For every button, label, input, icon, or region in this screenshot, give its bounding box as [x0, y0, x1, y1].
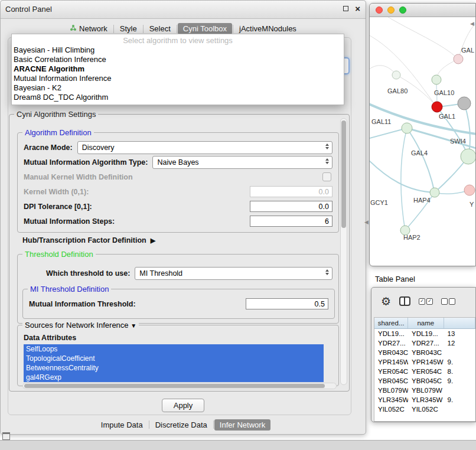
pale-node-upper-left[interactable] — [392, 71, 400, 79]
network-graph[interactable]: GAL80GAL10GAL11GAL1SWI4GAL4GCY1HAP4HAP2G… — [370, 17, 475, 266]
table-cell: 9. — [444, 357, 475, 367]
settings-group-title: Cyni Algorithm Settings — [14, 110, 98, 119]
algorithm-option-aracne-algorithm[interactable]: ARACNE Algorithm — [12, 64, 344, 74]
network-window-titlebar[interactable] — [370, 4, 475, 17]
network-canvas[interactable]: GAL80GAL10GAL11GAL1SWI4GAL4GCY1HAP4HAP2G… — [370, 17, 475, 266]
vertical-scrollbar-thumb[interactable] — [341, 120, 346, 228]
table-cell: 13 — [444, 329, 475, 338]
close-icon[interactable]: × — [355, 4, 360, 14]
algorithm-dropdown-prompt: Select algorithm to view settings — [12, 35, 344, 45]
bottom-tab-discretize-data[interactable]: Discretize Data — [150, 419, 213, 431]
algorithm-option-mutual-information-inference[interactable]: Mutual Information Inference — [12, 74, 344, 83]
table-row[interactable]: YDR27...YDR27...12 — [374, 338, 475, 348]
column-header-2[interactable] — [444, 318, 475, 328]
table-cell: 9. — [444, 376, 475, 386]
gear-icon[interactable]: ⚙ — [381, 296, 391, 307]
bottom-tab-infer-network[interactable]: Infer Network — [214, 419, 270, 431]
table-row[interactable]: YLR345WYLR345W9. — [374, 395, 475, 405]
mi-type-select[interactable]: Naive Bayes — [152, 156, 332, 169]
algorithm-option-basic-correlation-inference[interactable]: Basic Correlation Inference — [12, 55, 344, 64]
node-label-y: Y — [470, 201, 474, 208]
tab-style[interactable]: Style — [115, 23, 142, 34]
status-bar — [0, 440, 476, 450]
attribute-item-selfloops[interactable]: SelfLoops — [24, 344, 324, 354]
control-panel-titlebar[interactable]: Control Panel × — [1, 1, 366, 19]
table-row[interactable]: YER054CYER054C8. — [374, 367, 475, 376]
table-row[interactable]: YDL19...YDL19...13 — [374, 329, 475, 338]
kernel-width-input[interactable] — [250, 186, 332, 197]
red-node-gal10[interactable] — [432, 102, 442, 112]
horizontal-scrollbar[interactable] — [22, 383, 337, 389]
bottom-tab-impute-data[interactable]: Impute Data — [96, 419, 148, 431]
aracne-mode-select[interactable]: Discovery — [77, 141, 332, 154]
manual-kernel-label: Manual Kernel Width Definition — [24, 173, 133, 181]
tab-network[interactable]: Network — [64, 23, 113, 34]
green-node-gal80[interactable] — [432, 75, 441, 84]
sources-title[interactable]: Sources for Network Inference ▼ — [22, 321, 139, 330]
aracne-mode-value: Discovery — [82, 144, 115, 152]
table-cell: YBL079W — [374, 386, 408, 395]
tab-cyni-toolbox[interactable]: Cyni Toolbox — [178, 23, 232, 34]
node-label-gal10: GAL10 — [434, 89, 454, 96]
data-attributes-label: Data Attributes — [24, 334, 76, 342]
select-all-checks-icon[interactable]: ✓✓ — [419, 298, 433, 305]
deselect-all-checks-icon[interactable] — [441, 298, 455, 305]
table-cell: YPR145W — [408, 357, 444, 367]
table-row[interactable]: YBR045CYBR045C9. — [374, 376, 475, 386]
algorithm-dropdown-popup: Select algorithm to view settings Bayesi… — [11, 34, 344, 105]
column-header-shared[interactable]: shared... — [374, 318, 408, 328]
attribute-item-topologicalcoefficient[interactable]: TopologicalCoefficient — [24, 354, 324, 363]
close-traffic-light[interactable] — [376, 6, 383, 14]
attribute-item-betweennesscentrality[interactable]: BetweennessCentrality — [24, 363, 324, 373]
mi-steps-input[interactable] — [250, 216, 332, 227]
tab-separator — [143, 25, 144, 33]
green-node-swi4[interactable] — [461, 149, 475, 164]
panel-collapse-arrow[interactable]: ◀ — [470, 21, 474, 27]
dpi-tolerance-input[interactable] — [250, 201, 332, 212]
algorithm-definition-title: Algorithm Definition — [22, 128, 94, 137]
table-cell — [444, 386, 475, 395]
manual-kernel-checkbox[interactable] — [322, 172, 331, 181]
column-header-name[interactable]: name — [408, 318, 444, 328]
control-panel-window: Control Panel × NetworkStyleSelectCyni T… — [0, 0, 366, 435]
mi-threshold-definition-group: MI Threshold Definition Mutual Informati… — [22, 289, 335, 319]
table-row[interactable]: YPR145WYPR145W9. — [374, 357, 475, 367]
which-threshold-select[interactable]: MI Threshold — [135, 267, 332, 280]
minimize-traffic-light[interactable] — [387, 6, 395, 14]
algorithm-option-bayesian-hill-climbing[interactable]: Bayesian - Hill Climbing — [12, 45, 344, 55]
table-cell: YDL19... — [408, 329, 444, 338]
hub-tf-definition-toggle[interactable]: Hub/Transcription Factor Definition ▶ — [22, 236, 155, 244]
pink-node-right[interactable] — [464, 185, 475, 195]
node-label-hap4: HAP4 — [413, 197, 431, 204]
attribute-item-gal4rgexp[interactable]: gal4RGexp — [24, 373, 324, 382]
green-node-hap4[interactable] — [430, 188, 439, 197]
table-cell: YER054C — [408, 367, 444, 376]
tab-jactivemnodules[interactable]: jActiveMNodules — [234, 23, 302, 34]
dpi-tolerance-label: DPI Tolerance [0,1]: — [24, 203, 92, 211]
tab-select[interactable]: Select — [144, 23, 176, 34]
node-label-gal11: GAL11 — [371, 118, 391, 125]
apply-button[interactable]: Apply — [162, 399, 204, 412]
kernel-width-label: Kernel Width (0,1): — [24, 188, 89, 196]
zoom-traffic-light[interactable] — [399, 6, 406, 14]
minimized-panel-icon[interactable] — [2, 432, 10, 440]
pink-node-top[interactable] — [454, 54, 463, 64]
float-icon[interactable] — [343, 6, 348, 11]
panel-collapse-arrow[interactable]: ◀ — [364, 220, 369, 225]
table-cell: 9. — [444, 395, 475, 405]
algorithm-option-bayesian-k2[interactable]: Bayesian - K2 — [12, 83, 344, 93]
tab-label: Network — [79, 24, 107, 33]
table-row[interactable]: YIL052CYIL052C — [374, 405, 475, 414]
table-row[interactable]: YBR043CYBR043C — [374, 348, 475, 357]
horizontal-scrollbar-thumb[interactable] — [24, 384, 325, 388]
columns-icon[interactable] — [399, 296, 410, 306]
table-cell: YBL079W — [408, 386, 444, 395]
mi-threshold-input[interactable] — [246, 298, 328, 309]
vertical-scrollbar[interactable] — [340, 118, 347, 385]
green-node-gal4[interactable] — [402, 123, 412, 133]
algorithm-option-dream8-dc-tdc-algorithm[interactable]: Dream8 DC_TDC Algorithm — [12, 93, 344, 102]
gray-node-gal1[interactable] — [458, 97, 471, 110]
data-attributes-list[interactable]: SelfLoopsTopologicalCoefficientBetweenne… — [24, 344, 324, 382]
aracne-mode-row: Aracne Mode: Discovery — [18, 140, 338, 155]
table-row[interactable]: YBL079WYBL079W — [374, 386, 475, 395]
